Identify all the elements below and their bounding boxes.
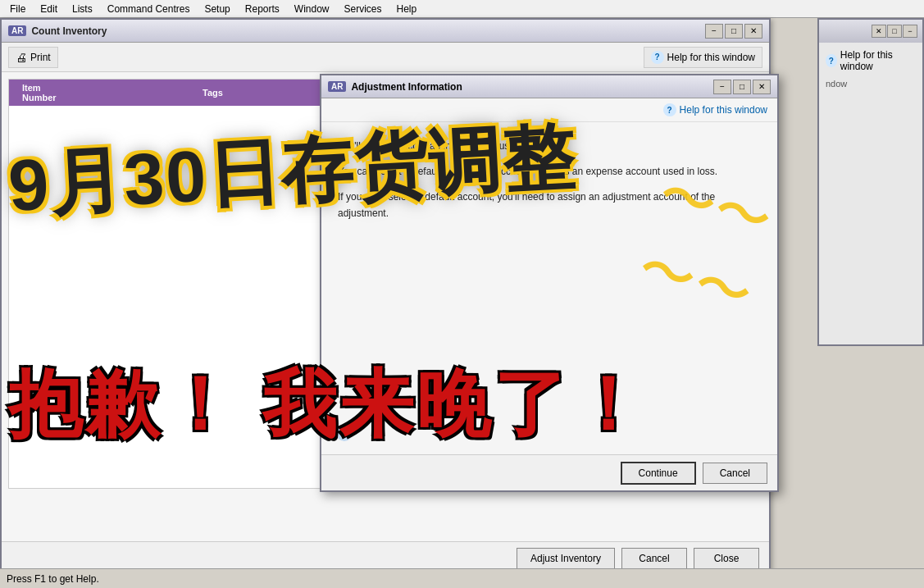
dialog-maximize-btn[interactable]: □ — [733, 80, 751, 94]
menu-help[interactable]: Help — [390, 2, 424, 16]
menu-edit[interactable]: Edit — [34, 2, 64, 16]
cancel-button[interactable]: Cancel — [621, 548, 687, 569]
close-button[interactable]: Close — [694, 548, 759, 569]
main-toolbar: 🖨 Print ? Help for this window — [2, 43, 769, 72]
menu-window[interactable]: Window — [288, 2, 336, 16]
menu-services[interactable]: Services — [338, 2, 389, 16]
adjustment-dialog: AR Adjustment Information − □ ✕ ? Help f… — [320, 74, 779, 492]
far-max-btn[interactable]: □ — [887, 25, 902, 38]
dialog-para2: You can select a default adjustment acco… — [338, 164, 761, 180]
col-tags: Tags — [196, 88, 262, 98]
menu-command-centres[interactable]: Command Centres — [101, 2, 197, 16]
menu-bar: File Edit Lists Command Centres Setup Re… — [0, 0, 924, 18]
dialog-help-bar: ? Help for this window — [321, 98, 777, 122]
ar-badge: AR — [8, 25, 26, 36]
col-item-number: Item Number — [16, 83, 81, 103]
dialog-para3: If you don't select a default account, y… — [338, 189, 761, 221]
dropdown-icon[interactable]: ▼ — [336, 425, 353, 441]
dialog-help-icon: ? — [663, 103, 676, 116]
menu-file[interactable]: File — [3, 2, 32, 16]
main-minimize-btn[interactable]: − — [705, 24, 723, 39]
dialog-cancel-button[interactable]: Cancel — [703, 463, 767, 484]
dialog-controls: − □ ✕ — [713, 80, 771, 94]
print-button[interactable]: 🖨 Print — [8, 47, 58, 68]
menu-reports[interactable]: Reports — [239, 2, 286, 16]
dialog-content: You'll need to record an inventory adjus… — [321, 122, 777, 248]
help-icon: ? — [651, 51, 664, 64]
dialog-minimize-btn[interactable]: − — [713, 80, 731, 94]
status-text: Press F1 to get Help. — [7, 573, 99, 585]
far-help-link[interactable]: ? Help for this window — [826, 49, 916, 72]
main-close-btn[interactable]: ✕ — [744, 24, 762, 39]
background-window: ✕ □ − ? Help for this window ndow — [817, 18, 924, 346]
main-maximize-btn[interactable]: □ — [725, 24, 743, 39]
menu-lists[interactable]: Lists — [66, 2, 99, 16]
status-bar: Press F1 to get Help. — [0, 568, 924, 588]
main-window-title-left: AR Count Inventory — [8, 25, 107, 37]
main-window-controls: − □ ✕ — [705, 24, 762, 39]
menu-setup[interactable]: Setup — [198, 2, 236, 16]
dialog-dropdown-area: ▼ — [336, 425, 353, 441]
dialog-title: Adjustment Information — [351, 81, 462, 93]
dialog-bottom-bar: Continue Cancel — [321, 454, 777, 490]
dialog-para1: You'll need to record an inventory adjus… — [338, 139, 761, 154]
dialog-help-label: Help for this window — [680, 104, 767, 116]
far-help-text: Help for this window — [840, 49, 916, 72]
dialog-help-link[interactable]: ? Help for this window — [663, 103, 767, 116]
help-button[interactable]: ? Help for this window — [644, 47, 762, 68]
adjust-inventory-button[interactable]: Adjust Inventory — [517, 548, 615, 569]
print-label: Print — [30, 52, 51, 63]
printer-icon: 🖨 — [16, 51, 27, 64]
help-label: Help for this window — [667, 52, 755, 63]
dialog-titlebar: AR Adjustment Information − □ ✕ — [321, 75, 777, 98]
dialog-close-btn[interactable]: ✕ — [753, 80, 771, 94]
main-window-titlebar: AR Count Inventory − □ ✕ — [2, 20, 769, 43]
far-window-titlebar: ✕ □ − — [819, 20, 922, 43]
main-window-title: Count Inventory — [31, 25, 107, 37]
dialog-title-left: AR Adjustment Information — [328, 81, 462, 93]
far-window-controls: ✕ □ − — [872, 25, 917, 38]
continue-button[interactable]: Continue — [621, 462, 696, 485]
dialog-ar-badge: AR — [328, 81, 346, 92]
far-min-btn[interactable]: − — [903, 25, 917, 38]
far-close-btn[interactable]: ✕ — [872, 25, 886, 38]
far-window-text: ndow — [826, 79, 916, 89]
